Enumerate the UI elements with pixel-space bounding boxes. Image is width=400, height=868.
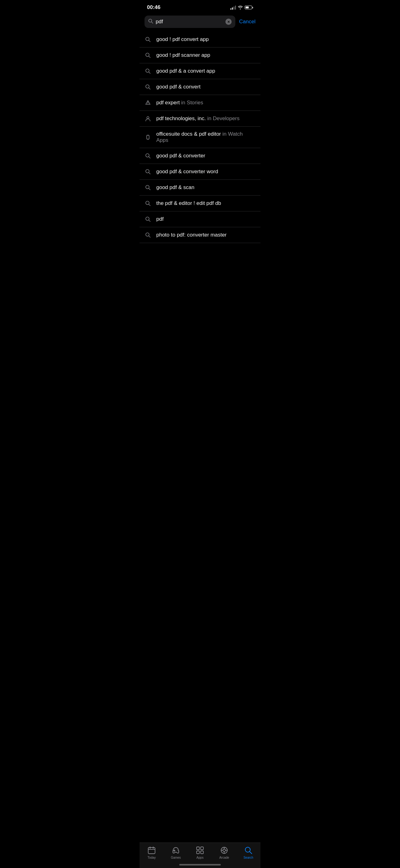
search-icon	[144, 36, 151, 43]
results-list: good ! pdf convert app good ! pdf scanne…	[139, 32, 261, 243]
svg-line-19	[149, 157, 151, 158]
clear-button[interactable]	[226, 19, 232, 25]
svg-rect-13	[147, 135, 149, 139]
search-icon	[144, 84, 151, 90]
svg-line-25	[149, 204, 151, 206]
svg-point-2	[146, 37, 149, 41]
result-text: photo to pdf: converter master	[156, 232, 227, 238]
result-text: officesuite docs & pdf editor in Watch A…	[156, 131, 256, 144]
list-item[interactable]: good pdf & convert	[139, 79, 261, 95]
svg-point-24	[146, 201, 149, 205]
search-icon	[144, 200, 151, 207]
svg-point-20	[146, 169, 149, 173]
svg-point-11	[147, 103, 148, 104]
result-text: good pdf & a convert app	[156, 68, 215, 74]
svg-point-6	[146, 69, 149, 72]
list-item[interactable]: good pdf & scan	[139, 180, 261, 195]
search-bar-container: pdf Cancel	[139, 13, 261, 32]
result-text: good ! pdf scanner app	[156, 52, 210, 58]
search-bar[interactable]: pdf	[144, 16, 235, 28]
wifi-icon	[238, 6, 243, 9]
result-text: pdf expert in Stories	[156, 100, 203, 106]
search-icon	[144, 216, 151, 223]
result-text: good pdf & converter	[156, 153, 205, 159]
search-bar-search-icon	[148, 19, 153, 25]
result-text: good pdf & convert	[156, 84, 201, 90]
list-item[interactable]: photo to pdf: converter master	[139, 227, 261, 243]
svg-line-1	[152, 22, 153, 24]
svg-line-21	[149, 173, 151, 174]
list-item[interactable]: officesuite docs & pdf editor in Watch A…	[139, 127, 261, 148]
search-icon	[144, 152, 151, 159]
list-item[interactable]: good ! pdf scanner app	[139, 48, 261, 63]
result-text: good pdf & converter word	[156, 168, 218, 175]
result-text: good pdf & scan	[156, 184, 194, 191]
svg-point-22	[146, 185, 149, 189]
search-icon	[144, 231, 151, 239]
result-text: pdf	[156, 216, 164, 222]
status-bar: 00:46	[139, 0, 261, 13]
svg-line-29	[149, 236, 151, 238]
svg-point-8	[146, 85, 149, 88]
search-icon	[144, 184, 151, 191]
svg-point-4	[146, 53, 149, 57]
cancel-button[interactable]: Cancel	[239, 19, 256, 25]
svg-line-7	[149, 72, 151, 73]
search-input[interactable]: pdf	[156, 19, 223, 25]
list-item[interactable]: the pdf & editor ! edit pdf db	[139, 195, 261, 211]
svg-line-27	[149, 220, 151, 222]
svg-line-9	[149, 88, 151, 89]
status-time: 00:46	[147, 4, 160, 10]
search-icon	[144, 52, 151, 59]
result-text: good ! pdf convert app	[156, 36, 209, 42]
list-item[interactable]: pdf	[139, 211, 261, 227]
svg-point-26	[146, 217, 149, 220]
developer-icon	[144, 115, 151, 122]
list-item[interactable]: good pdf & converter word	[139, 164, 261, 180]
svg-point-18	[146, 154, 149, 157]
watch-icon	[144, 134, 151, 141]
search-icon	[144, 168, 151, 175]
svg-line-5	[149, 56, 151, 58]
signal-icon	[230, 5, 236, 10]
list-item[interactable]: pdf technologies, inc. in Developers	[139, 111, 261, 127]
svg-line-23	[149, 188, 151, 190]
result-text: pdf technologies, inc. in Developers	[156, 116, 239, 122]
list-item[interactable]: good pdf & converter	[139, 148, 261, 164]
battery-icon	[245, 6, 253, 9]
list-item[interactable]: pdf expert in Stories	[139, 95, 261, 111]
list-item[interactable]: good ! pdf convert app	[139, 32, 261, 48]
status-icons	[230, 5, 253, 10]
stories-icon	[144, 99, 151, 106]
search-icon	[144, 68, 151, 74]
svg-point-28	[146, 233, 149, 236]
svg-line-3	[149, 40, 151, 42]
result-text: the pdf & editor ! edit pdf db	[156, 200, 221, 207]
list-item[interactable]: good pdf & a convert app	[139, 63, 261, 79]
svg-point-12	[147, 117, 149, 119]
